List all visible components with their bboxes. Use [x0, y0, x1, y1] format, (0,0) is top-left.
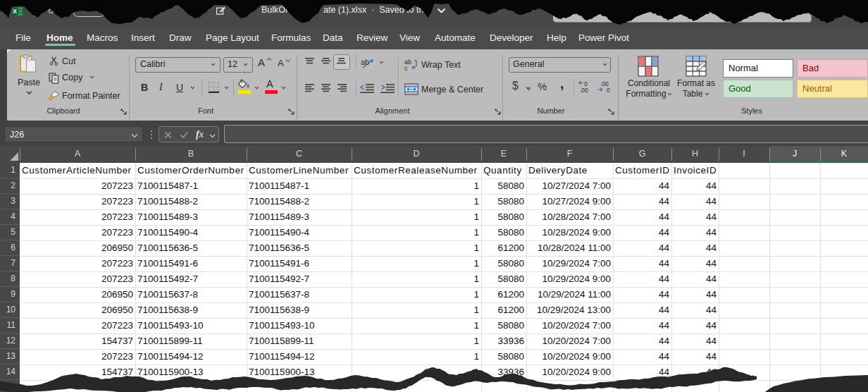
svg-text:0: 0	[607, 87, 610, 94]
svg-text:.00: .00	[600, 80, 609, 87]
svg-text:0: 0	[584, 80, 588, 87]
svg-text:c: c	[404, 65, 408, 71]
svg-text:ab: ab	[361, 58, 369, 66]
svg-text:.00: .00	[580, 87, 588, 94]
